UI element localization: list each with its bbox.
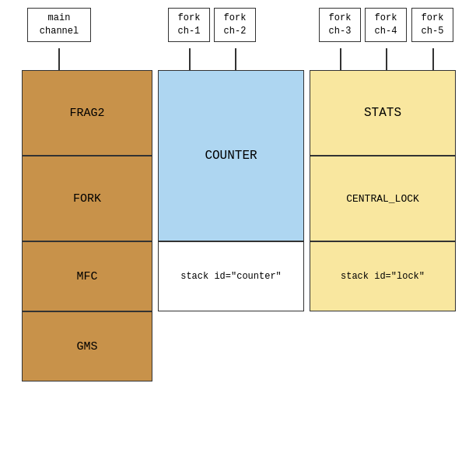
connector-ch5 bbox=[432, 48, 434, 70]
label-fork-ch3: forkch-3 bbox=[319, 8, 361, 42]
connector-main bbox=[58, 48, 60, 70]
block-stack-lock: stack id="lock" bbox=[310, 241, 456, 311]
label-fork-ch5: forkch-5 bbox=[411, 8, 453, 42]
connector-ch4 bbox=[386, 48, 387, 70]
connector-ch1 bbox=[189, 48, 191, 70]
block-counter: COUNTER bbox=[158, 70, 304, 241]
block-mfc: MFC bbox=[22, 241, 152, 311]
block-gms: GMS bbox=[22, 311, 152, 381]
connector-ch3 bbox=[340, 48, 341, 70]
block-central-lock: CENTRAL_LOCK bbox=[310, 156, 456, 241]
label-main-channel: mainchannel bbox=[27, 8, 91, 42]
connector-ch2 bbox=[235, 48, 236, 70]
label-fork-ch2: forkch-2 bbox=[214, 8, 256, 42]
label-fork-ch4: forkch-4 bbox=[365, 8, 407, 42]
block-stats: STATS bbox=[310, 70, 456, 156]
block-frag2: FRAG2 bbox=[22, 70, 152, 156]
block-stack-counter: stack id="counter" bbox=[158, 241, 304, 311]
label-fork-ch1: forkch-1 bbox=[168, 8, 210, 42]
block-fork: FORK bbox=[22, 156, 152, 241]
